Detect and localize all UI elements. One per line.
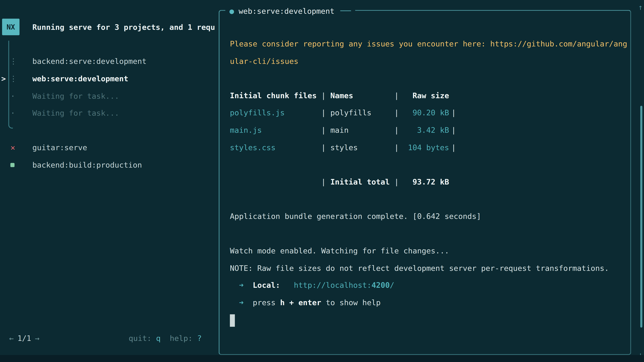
spinner-icon: ⋮ (10, 70, 16, 87)
note-line: NOTE: Raw file sizes do not reflect deve… (230, 259, 630, 277)
nx-logo: NX (2, 18, 20, 35)
nx-terminal-ui: NX Running serve for 3 projects, and 1 r… (0, 0, 644, 362)
next-page-arrow-icon[interactable]: → (35, 334, 40, 343)
cell-file: main.js (230, 121, 321, 139)
task-label: Waiting for task... (32, 105, 119, 122)
chunk-table-row: polyfills.js|polyfills|90.20 kB| (230, 104, 630, 121)
task-label: backend:build:production (32, 156, 142, 174)
pipe: | (449, 104, 458, 121)
task-label: Waiting for task... (32, 87, 119, 105)
prev-page-arrow-icon[interactable]: ← (9, 334, 14, 343)
pagination: ←1/1→ (9, 329, 40, 347)
local-label: Local: (253, 281, 280, 290)
help-suffix: to show help (321, 298, 380, 307)
pipe: | (449, 139, 458, 156)
chunk-table-row: main.js|main|3.42 kB| (230, 121, 630, 139)
total-size: 93.72 kB (403, 173, 449, 191)
title-dash (340, 10, 351, 11)
total-label: Initial total (330, 173, 394, 191)
bottom-edge-strip (0, 355, 644, 362)
blank-line (230, 156, 630, 173)
quit-hint-label: quit: (129, 334, 156, 343)
bundle-complete-line: Application bundle generation complete. … (230, 208, 630, 225)
task-row-waiting-1[interactable]: · Waiting for task... (0, 87, 219, 105)
header-size: Raw size (403, 87, 449, 104)
header-name: Names (330, 87, 394, 104)
task-label: web:serve:development (32, 70, 128, 87)
blank-line (230, 225, 630, 242)
pipe: | (394, 121, 403, 139)
task-sidebar: NX Running serve for 3 projects, and 1 r… (0, 0, 219, 355)
press-text: press (253, 298, 280, 307)
help-hint-line: ➜ press h + enter to show help (230, 294, 630, 311)
failed-x-icon: ✕ (10, 139, 16, 156)
terminal-output-pane[interactable]: ●web:serve:development Please consider r… (219, 10, 631, 355)
indent (230, 281, 239, 290)
pending-dot-icon: · (10, 105, 16, 122)
task-row-backend-build[interactable]: backend:build:production (0, 156, 219, 174)
arrow-icon: ➜ (239, 298, 244, 307)
cell-name: main (330, 121, 394, 139)
pipe: | (449, 121, 458, 139)
cell-name: polyfills (330, 104, 394, 121)
gap (244, 298, 252, 307)
pipe: | (321, 173, 330, 191)
scrollbar-thumb[interactable] (640, 106, 642, 328)
pipe: | (394, 139, 403, 156)
port-number: 4200 (372, 281, 390, 290)
indent (230, 298, 239, 307)
arrow-icon: ➜ (239, 281, 244, 290)
pipe: | (321, 87, 330, 104)
pipe: | (394, 173, 403, 191)
initial-total-row: |Initial total|93.72 kB (230, 173, 630, 191)
watch-mode-line: Watch mode enabled. Watching for file ch… (230, 242, 630, 259)
pipe: | (321, 139, 330, 156)
task-row-guitar-serve[interactable]: ✕ guitar:serve (0, 139, 219, 156)
pipe: | (394, 87, 403, 104)
terminal-cursor (230, 314, 235, 327)
gap (280, 281, 294, 290)
help-hint-label: help: (170, 334, 197, 343)
gap (244, 281, 252, 290)
issue-report-line-1: Please consider reporting any issues you… (230, 35, 630, 52)
cell-size: 90.20 kB (403, 104, 449, 121)
pipe: | (321, 121, 330, 139)
page-indicator: 1/1 (18, 334, 31, 343)
spinner-icon: ⋮ (10, 53, 16, 70)
pending-dot-icon: · (10, 87, 16, 105)
scroll-up-arrow-icon[interactable]: ↑ (638, 1, 643, 14)
cursor-line (230, 311, 630, 329)
chunk-table-header: Initial chunk files|Names|Raw size (230, 87, 630, 104)
local-url-line: ➜ Local: http://localhost:4200/ (230, 277, 630, 294)
task-row-waiting-2[interactable]: · Waiting for task... (0, 105, 219, 122)
terminal-output: Please consider reporting any issues you… (220, 11, 630, 328)
keybind-hints: quit: q help: ? (129, 329, 202, 347)
sidebar-title: Running serve for 3 projects, and 1 requ (32, 18, 219, 35)
task-label: backend:serve:development (32, 53, 146, 70)
blank-line (230, 191, 630, 208)
selection-caret-icon: > (1, 70, 6, 87)
cell-size: 104 bytes (403, 139, 449, 156)
cell-size: 3.42 kB (403, 121, 449, 139)
header-file: Initial chunk files (230, 87, 321, 104)
pipe: | (394, 104, 403, 121)
help-keys: h + enter (280, 298, 321, 307)
hint-gap (161, 334, 170, 343)
help-key: ? (197, 334, 202, 343)
task-row-web-serve-selected[interactable]: > ⋮ web:serve:development (0, 70, 219, 87)
pane-title-text: web:serve:development (239, 6, 334, 15)
pipe: | (321, 104, 330, 121)
cell-name: styles (330, 139, 394, 156)
success-square-icon (10, 163, 14, 167)
running-status-dot-icon: ● (230, 6, 234, 15)
task-row-backend-serve[interactable]: ⋮ backend:serve:development (0, 53, 219, 70)
cell-file: styles.css (230, 139, 321, 156)
cell-file: polyfills.js (230, 104, 321, 121)
localhost-link[interactable]: http://localhost:4200/ (294, 281, 394, 290)
quit-key: q (156, 334, 160, 343)
blank-line (230, 70, 630, 87)
task-label: guitar:serve (32, 139, 87, 156)
issue-report-line-2[interactable]: ular-cli/issues (230, 52, 630, 70)
chunk-table-row: styles.css|styles|104 bytes| (230, 139, 630, 156)
pane-title: ●web:serve:development (226, 2, 355, 19)
